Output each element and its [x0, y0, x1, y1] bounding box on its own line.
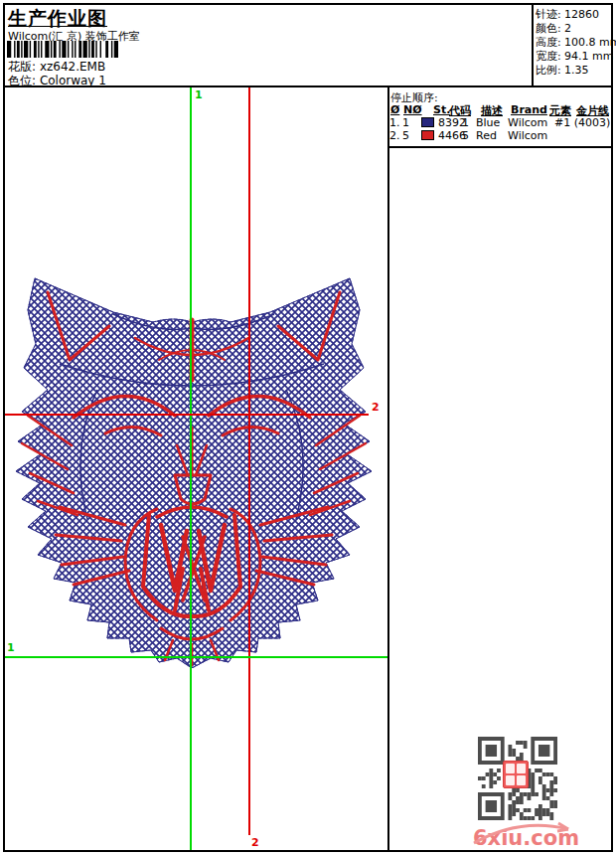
end-label-right: 2: [372, 402, 380, 413]
design-width: 94.1 mm: [564, 50, 613, 63]
design-height: 100.8 mm: [564, 36, 616, 49]
col-header-brand: Brand: [511, 103, 547, 116]
row1-seq: 1.: [389, 116, 400, 129]
row2-color-swatch: [421, 130, 434, 140]
row1-element: #1 (4003): [554, 116, 610, 129]
col-header-stitches: St.: [433, 103, 450, 116]
row2-needle: 5: [402, 129, 409, 142]
table-bottom-border: [388, 146, 611, 148]
row1-color-swatch: [421, 117, 434, 127]
end-horizontal-guide: [5, 414, 369, 416]
row1-description: Blue: [476, 116, 500, 129]
stitch-count: 12860: [564, 8, 599, 21]
info-colors: 颜色:2: [536, 21, 571, 36]
row1-needle: 1: [402, 116, 409, 129]
pattern-label: 花版:: [8, 60, 36, 74]
color-count: 2: [564, 22, 571, 35]
red-stitch-outlines: [16, 278, 372, 668]
red-stamp: [503, 761, 529, 788]
design-scale: 1.35: [564, 64, 589, 77]
row2-description: Red: [476, 129, 497, 142]
row1-brand: Wilcom: [508, 116, 547, 129]
barcode-image: [7, 41, 118, 58]
start-label-top: 1: [195, 89, 203, 100]
start-vertical-guide: [190, 87, 192, 850]
watermark-swoosh: [470, 817, 577, 851]
site-watermark: 6xiu.com: [470, 817, 577, 851]
pattern-value: xz642.EMB: [40, 60, 105, 74]
row2-seq: 2.: [389, 129, 400, 142]
right-column-divider: [387, 86, 389, 852]
end-label-bottom: 2: [251, 837, 259, 848]
start-label-left: 1: [7, 642, 15, 653]
production-worksheet: 生产作业图 Wilcom(汇 京) 装饰工作室 花版: xz642.EMB 色位…: [0, 0, 616, 855]
start-horizontal-guide: [5, 656, 387, 658]
header-divider: [532, 3, 534, 87]
col-header-needle-symbol: Ø: [390, 103, 399, 116]
col-header-number: NØ: [403, 103, 422, 116]
row2-code: 5: [457, 129, 469, 142]
info-width: 宽度:94.1 mm: [536, 49, 613, 64]
header-bottom-border: [3, 86, 613, 87]
embroidery-design-tiger-head: [10, 270, 378, 668]
info-scale: 比例:1.35: [536, 63, 589, 78]
row2-brand: Wilcom: [508, 129, 547, 142]
info-height: 高度:100.8 mm: [536, 35, 616, 50]
end-vertical-guide: [248, 87, 250, 835]
info-stitches: 针迹:12860: [536, 7, 599, 22]
row1-code: 1: [457, 116, 469, 129]
